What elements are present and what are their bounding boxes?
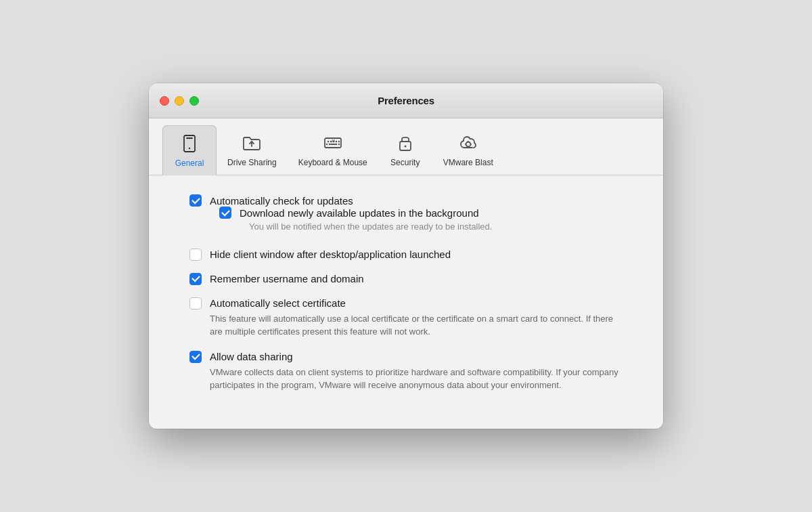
option-allow-data-sharing-desc: VMware collects data on client systems t… (210, 366, 623, 392)
option-auto-check-updates-label: Automatically check for updates (210, 195, 353, 207)
option-auto-check-updates-main: Automatically check for updates (189, 194, 623, 207)
sub-option-download-background-label: Download newly available updates in the … (240, 207, 479, 219)
option-remember-username-main: Remember username and domain (189, 273, 623, 285)
checkbox-auto-select-certificate[interactable] (189, 297, 202, 310)
tab-general-label: General (175, 158, 204, 168)
minimize-button[interactable] (175, 96, 184, 106)
window-title: Preferences (378, 95, 434, 106)
option-hide-client-window-main: Hide client window after desktop/applica… (189, 249, 623, 261)
toolbar: General Drive Sharing (149, 119, 663, 175)
checkbox-download-background[interactable] (219, 207, 231, 219)
checkbox-remember-username[interactable] (189, 273, 202, 285)
option-allow-data-sharing-label: Allow data sharing (210, 351, 293, 362)
option-allow-data-sharing-main: Allow data sharing (189, 351, 623, 363)
keyboard-icon: ⌘ (321, 131, 345, 155)
option-hide-client-window-label: Hide client window after desktop/applica… (210, 249, 451, 260)
option-remember-username-label: Remember username and domain (210, 273, 364, 284)
titlebar: Preferences (149, 83, 663, 119)
svg-text:⌘: ⌘ (332, 138, 335, 144)
option-auto-select-certificate: Automatically select certificate This fe… (189, 297, 623, 339)
option-auto-select-certificate-label: Automatically select certificate (210, 297, 346, 309)
cloud-settings-icon (456, 131, 480, 155)
preferences-content: Automatically check for updates Download… (149, 175, 663, 429)
tab-drive-sharing-label: Drive Sharing (227, 158, 277, 167)
checkbox-allow-data-sharing[interactable] (189, 351, 202, 363)
traffic-lights (160, 96, 199, 106)
sub-option-download-background: Download newly available updates in the … (219, 207, 623, 234)
option-allow-data-sharing: Allow data sharing VMware collects data … (189, 351, 623, 392)
tab-drive-sharing[interactable]: Drive Sharing (217, 125, 288, 174)
folder-upload-icon (240, 131, 264, 155)
sub-option-download-background-main: Download newly available updates in the … (219, 207, 623, 219)
option-auto-check-updates: Automatically check for updates Download… (189, 194, 623, 236)
option-hide-client-window: Hide client window after desktop/applica… (189, 249, 623, 261)
preferences-window: Preferences General Drive Shari (149, 83, 663, 429)
option-auto-select-certificate-main: Automatically select certificate (189, 297, 623, 310)
svg-point-18 (466, 142, 470, 147)
close-button[interactable] (160, 96, 169, 106)
tab-vmware-blast[interactable]: VMware Blast (432, 125, 504, 174)
checkbox-auto-check-updates[interactable] (189, 194, 202, 207)
tab-general[interactable]: General (162, 125, 217, 175)
svg-point-17 (404, 146, 406, 148)
tab-security[interactable]: Security (378, 125, 432, 174)
tab-keyboard-mouse-label: Keyboard & Mouse (298, 158, 367, 167)
checkbox-hide-client-window[interactable] (189, 249, 202, 261)
option-remember-username: Remember username and domain (189, 273, 623, 285)
tab-security-label: Security (390, 158, 420, 167)
lock-icon (393, 131, 418, 155)
tab-keyboard-mouse[interactable]: ⌘ Keyboard & Mouse (288, 125, 378, 174)
maximize-button[interactable] (189, 96, 199, 106)
device-icon (177, 131, 202, 156)
svg-point-2 (189, 148, 190, 149)
sub-option-download-background-desc: You will be notified when the updates ar… (249, 220, 623, 234)
option-auto-select-certificate-desc: This feature will automatically use a lo… (210, 312, 623, 339)
tab-vmware-blast-label: VMware Blast (443, 158, 493, 167)
